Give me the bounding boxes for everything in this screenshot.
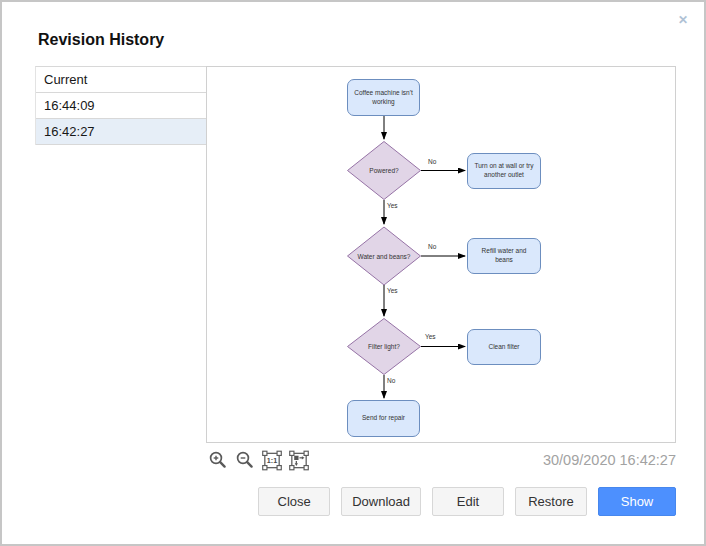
dialog-footer: Close Download Edit Restore Show xyxy=(258,487,676,516)
edge-label-powered-no: No xyxy=(427,158,437,165)
node-start: Coffee machine isn't working xyxy=(347,79,420,116)
flowchart-edges-layer xyxy=(207,67,675,442)
revision-list: Current 16:44:09 16:42:27 xyxy=(35,66,207,145)
svg-text:1:1: 1:1 xyxy=(267,457,277,465)
preview-statusbar: 1:1 30/09/2020 16:42:27 xyxy=(206,446,676,474)
actual-size-icon: 1:1 xyxy=(261,449,283,472)
page-title: Revision History xyxy=(38,31,164,49)
edge-label-powered-yes: Yes xyxy=(386,202,399,209)
node-powered-label: Powered? xyxy=(347,141,421,200)
revision-item-current[interactable]: Current xyxy=(36,67,207,93)
node-send-repair: Send for repair xyxy=(347,400,420,437)
zoom-out-icon xyxy=(235,450,256,471)
close-button[interactable]: Close xyxy=(258,487,330,516)
restore-button[interactable]: Restore xyxy=(515,487,587,516)
revision-history-dialog: Revision History ✕ Current 16:44:09 16:4… xyxy=(0,0,706,546)
show-button[interactable]: Show xyxy=(598,487,676,516)
revision-item-164409[interactable]: 16:44:09 xyxy=(36,93,207,119)
fit-page-button[interactable] xyxy=(287,448,311,472)
actual-size-button[interactable]: 1:1 xyxy=(260,448,284,472)
revision-item-164227-selected[interactable]: 16:42:27 xyxy=(36,119,207,145)
download-button[interactable]: Download xyxy=(341,487,421,516)
node-filter-label: Filter light? xyxy=(347,318,421,375)
edit-button[interactable]: Edit xyxy=(432,487,504,516)
edge-label-filter-no: No xyxy=(386,377,396,384)
node-water-label: Water and beans? xyxy=(347,227,421,285)
revision-timestamp: 30/09/2020 16:42:27 xyxy=(543,452,676,468)
fit-page-icon xyxy=(288,449,310,472)
node-refill: Refill water and beans xyxy=(467,238,541,274)
edge-label-water-no: No xyxy=(427,243,437,250)
close-icon[interactable]: ✕ xyxy=(678,13,688,27)
zoom-out-button[interactable] xyxy=(233,448,257,472)
diagram-preview: Coffee machine isn't working Turn on at … xyxy=(206,66,676,443)
edge-label-filter-yes: Yes xyxy=(424,333,437,340)
node-turn-on: Turn on at wall or try another outlet xyxy=(467,153,541,189)
edge-label-water-yes: Yes xyxy=(386,287,399,294)
node-clean-filter: Clean filter xyxy=(467,329,541,365)
zoom-in-icon xyxy=(208,450,229,471)
zoom-in-button[interactable] xyxy=(206,448,230,472)
